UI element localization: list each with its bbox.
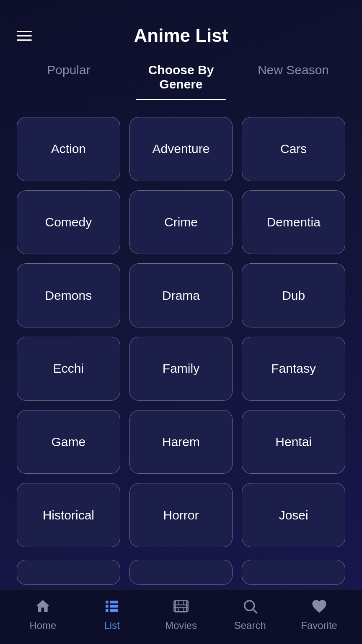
tab-choose-by-genere[interactable]: Choose By Genere <box>125 63 237 100</box>
svg-line-2 <box>253 610 257 613</box>
nav-favorite-label: Favorite <box>301 620 337 631</box>
nav-home-label: Home <box>29 620 56 631</box>
nav-list[interactable]: List <box>78 598 147 631</box>
genre-action[interactable]: Action <box>17 117 120 181</box>
genre-partial-2[interactable] <box>129 560 233 585</box>
nav-search-label: Search <box>234 620 266 631</box>
genre-adventure[interactable]: Adventure <box>129 117 233 181</box>
nav-home[interactable]: Home <box>8 598 78 631</box>
list-icon <box>103 598 120 616</box>
svg-point-1 <box>244 601 254 610</box>
tab-new-season[interactable]: New Season <box>237 63 349 100</box>
nav-favorite[interactable]: Favorite <box>284 598 354 631</box>
heart-icon <box>311 598 328 616</box>
genre-horror[interactable]: Horror <box>129 483 233 547</box>
svg-rect-0 <box>174 601 188 612</box>
nav-movies-label: Movies <box>165 620 197 631</box>
nav-list-label: List <box>104 620 120 631</box>
tab-popular[interactable]: Popular <box>13 63 125 100</box>
genre-ecchi[interactable]: Ecchi <box>17 337 120 401</box>
genre-partial-1[interactable] <box>17 560 120 585</box>
genre-hentai[interactable]: Hentai <box>242 410 345 474</box>
genre-harem[interactable]: Harem <box>129 410 233 474</box>
hamburger-icon[interactable] <box>17 31 32 41</box>
genre-demons[interactable]: Demons <box>17 263 120 327</box>
genre-grid: Action Adventure Cars Comedy Crime Demen… <box>0 113 362 560</box>
genre-cars[interactable]: Cars <box>242 117 345 181</box>
genre-game[interactable]: Game <box>17 410 120 474</box>
tab-bar: Popular Choose By Genere New Season <box>0 55 362 100</box>
genre-dub[interactable]: Dub <box>242 263 345 327</box>
movies-icon <box>173 598 189 616</box>
genre-partial-row <box>0 560 362 589</box>
header: Anime List <box>0 0 362 55</box>
genre-crime[interactable]: Crime <box>129 190 233 254</box>
home-icon <box>34 598 51 616</box>
bottom-navigation: Home List Movies Search <box>0 589 362 644</box>
genre-josei[interactable]: Josei <box>242 483 345 547</box>
genre-fantasy[interactable]: Fantasy <box>242 337 345 401</box>
page-title: Anime List <box>134 25 228 46</box>
genre-historical[interactable]: Historical <box>17 483 120 547</box>
genre-dementia[interactable]: Dementia <box>242 190 345 254</box>
nav-movies[interactable]: Movies <box>147 598 216 631</box>
genre-drama[interactable]: Drama <box>129 263 233 327</box>
genre-family[interactable]: Family <box>129 337 233 401</box>
genre-partial-3[interactable] <box>242 560 345 585</box>
nav-search[interactable]: Search <box>215 598 284 631</box>
genre-comedy[interactable]: Comedy <box>17 190 120 254</box>
search-icon <box>242 598 259 616</box>
